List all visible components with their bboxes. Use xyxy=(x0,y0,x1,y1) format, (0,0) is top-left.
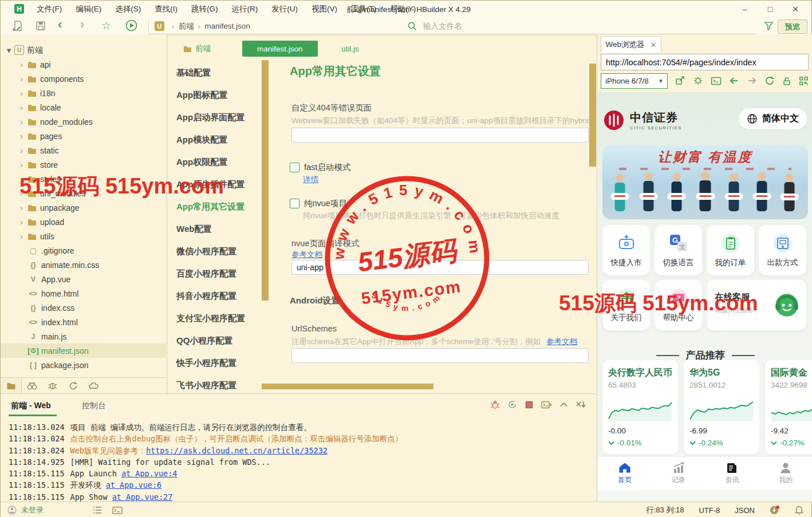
file-search-input[interactable] xyxy=(422,21,722,31)
login-status[interactable]: 未登录 xyxy=(21,505,44,515)
tree-file-home-html[interactable]: <>home.html xyxy=(1,286,166,301)
explorer-tab-history[interactable] xyxy=(63,378,84,393)
close-button[interactable]: ✕ xyxy=(783,5,808,14)
outline-list-icon[interactable] xyxy=(93,506,102,514)
close-icon[interactable]: ✕ xyxy=(651,41,657,49)
new-file-icon[interactable] xyxy=(12,20,23,31)
tab-project-folder[interactable]: 前端 xyxy=(183,41,211,57)
run-icon[interactable] xyxy=(125,19,137,31)
forward-icon[interactable]: › xyxy=(80,19,84,30)
tree-file-index-css[interactable]: {}index.css xyxy=(1,301,166,315)
star-icon[interactable]: ☆ xyxy=(101,19,111,32)
tree-folder-static[interactable]: ›static xyxy=(1,143,166,157)
console-icon[interactable] xyxy=(711,76,722,86)
device-selector[interactable]: iPhone 6/7/8▼ xyxy=(601,73,668,89)
new-terminal-icon[interactable] xyxy=(541,400,552,409)
tab-util-js[interactable]: util.js xyxy=(331,41,369,57)
nav-home[interactable]: 首页 xyxy=(618,462,632,485)
nvue-mode-doc-link[interactable]: 参考文档 xyxy=(291,250,322,260)
tree-folder-upload[interactable]: ›upload xyxy=(1,215,166,229)
tree-root[interactable]: ▾ U 前端 xyxy=(1,43,166,57)
product-card-gold[interactable]: 国际黄金 3422.9698 -9.42 -0.27% xyxy=(765,360,812,454)
tree-file-gitignore[interactable]: ▢.gitignore xyxy=(1,243,166,258)
config-item-basic[interactable]: 基础配置 xyxy=(167,61,261,84)
restart-icon[interactable] xyxy=(507,400,517,409)
preview-button[interactable]: 预览 xyxy=(778,19,807,34)
minimize-button[interactable]: – xyxy=(732,5,758,14)
event-banner[interactable]: 让财富 有温度 xyxy=(602,145,808,219)
breadcrumb-file[interactable]: manifest.json xyxy=(204,22,250,30)
save-icon[interactable] xyxy=(35,20,46,31)
open-external-icon[interactable] xyxy=(675,76,685,86)
chevron-right-icon[interactable]: › xyxy=(18,88,25,98)
gear-icon[interactable] xyxy=(693,76,703,86)
explorer-tab-search[interactable] xyxy=(22,378,42,393)
url-input[interactable] xyxy=(601,54,808,70)
config-item-kuaishou[interactable]: 快手小程序配置 xyxy=(167,352,261,374)
feature-switch-language[interactable]: G文 切换语言 xyxy=(655,225,702,275)
config-item-qq[interactable]: QQ小程序配置 xyxy=(167,329,261,352)
tree-file-main-js[interactable]: Jmain.js xyxy=(1,329,166,344)
language-switch-button[interactable]: 简体中文 xyxy=(739,108,807,129)
tree-folder-utils[interactable]: ›utils xyxy=(1,229,166,243)
tree-folder-unpackage[interactable]: ›unpackage xyxy=(1,200,166,215)
nav-news[interactable]: 资讯 xyxy=(725,462,739,485)
chevron-right-icon[interactable]: › xyxy=(18,203,25,212)
chevron-right-icon[interactable]: › xyxy=(18,102,25,112)
tree-folder-pages[interactable]: ›pages xyxy=(1,129,166,143)
content-vertical-scrollbar[interactable] xyxy=(589,64,596,167)
feature-my-orders[interactable]: 我的订单 xyxy=(707,225,754,275)
tree-folder-api[interactable]: ›api xyxy=(1,57,166,72)
chevron-right-icon[interactable]: › xyxy=(18,231,25,241)
terminal-icon[interactable] xyxy=(112,506,123,515)
refresh-icon[interactable] xyxy=(764,76,775,86)
menu-select[interactable]: 选择(S) xyxy=(108,4,148,14)
tab-manifest-json[interactable]: manifest.json xyxy=(242,41,318,57)
fast-launch-checkbox[interactable]: fast启动模式 xyxy=(290,162,350,173)
debug-bug-icon[interactable] xyxy=(490,400,500,409)
feature-quick-market[interactable]: 快捷入市 xyxy=(602,225,650,275)
config-item-app-icon[interactable]: App图标配置 xyxy=(167,84,261,106)
feature-withdraw-method[interactable]: 出款方式 xyxy=(759,225,806,275)
nav-profile[interactable]: 我的 xyxy=(779,462,793,485)
config-item-modules[interactable]: App模块配置 xyxy=(167,128,261,151)
explorer-tab-files[interactable] xyxy=(1,378,22,393)
menu-find[interactable]: 查找(I) xyxy=(148,4,184,14)
chevron-right-icon[interactable]: › xyxy=(18,60,25,69)
forward-icon[interactable] xyxy=(747,76,757,85)
menu-run[interactable]: 运行(R) xyxy=(225,4,265,14)
urlschemes-doc-link[interactable]: 参考文档 xyxy=(546,337,577,347)
console-tab-console[interactable]: 控制台 xyxy=(82,401,106,411)
menu-file[interactable]: 文件(F) xyxy=(30,4,69,14)
config-item-weixin[interactable]: 微信小程序配置 xyxy=(167,240,261,262)
checkbox-icon[interactable] xyxy=(290,163,299,172)
log-link[interactable]: https://ask.dcloud.net.cn/article/35232 xyxy=(146,446,328,455)
content-horizontal-scrollbar[interactable] xyxy=(262,384,433,389)
encoding[interactable]: UTF-8 xyxy=(699,506,720,515)
log-link[interactable]: at App.vue:6 xyxy=(106,480,162,490)
qr-grid-icon[interactable] xyxy=(799,76,809,86)
tree-folder-locale[interactable]: ›locale xyxy=(1,100,166,115)
config-item-permissions[interactable]: App权限配置 xyxy=(167,151,261,173)
config-item-baidu[interactable]: 百度小程序配置 xyxy=(167,262,261,285)
breadcrumb-project[interactable]: 前端 xyxy=(179,21,194,31)
cursor-position[interactable]: 行:83 列:18 xyxy=(647,505,684,515)
tree-folder-store[interactable]: ›store xyxy=(1,157,166,172)
maximize-button[interactable]: □ xyxy=(758,5,783,14)
explorer-tab-cloud[interactable] xyxy=(84,378,104,393)
menu-edit[interactable]: 编辑(E) xyxy=(69,4,108,14)
chevron-right-icon[interactable]: › xyxy=(18,217,25,227)
explorer-tab-debug[interactable] xyxy=(42,378,63,393)
tab-web-browser[interactable]: Web浏览器 ✕ xyxy=(601,36,661,53)
back-icon[interactable] xyxy=(729,76,739,85)
chevron-right-icon[interactable]: › xyxy=(18,160,25,169)
menu-publish[interactable]: 发行(U) xyxy=(265,4,305,14)
config-item-splash[interactable]: App启动界面配置 xyxy=(167,106,261,128)
chevron-right-icon[interactable]: › xyxy=(18,74,25,84)
error-page-input[interactable] xyxy=(291,128,589,143)
console-tab-frontend-web[interactable]: 前端 - Web xyxy=(11,401,51,411)
product-card-dcep[interactable]: 央行数字人民币 65.4803 -0.00 -0.01% xyxy=(602,360,678,454)
tree-folder-components[interactable]: ›components xyxy=(1,72,166,86)
menu-goto[interactable]: 跳转(G) xyxy=(184,4,225,14)
product-card-huawei5g[interactable]: 华为5G 2851.0012 -6.99 -0.24% xyxy=(684,360,759,454)
